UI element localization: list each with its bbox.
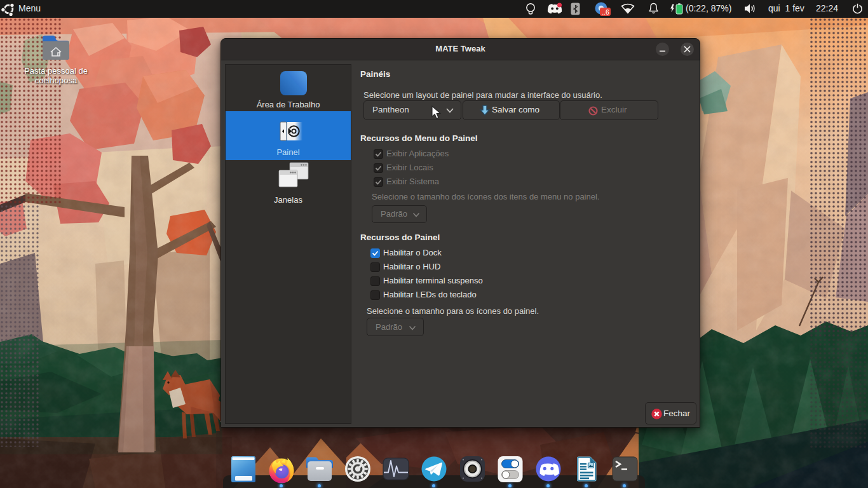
svg-text:..6: ..6	[602, 8, 609, 16]
